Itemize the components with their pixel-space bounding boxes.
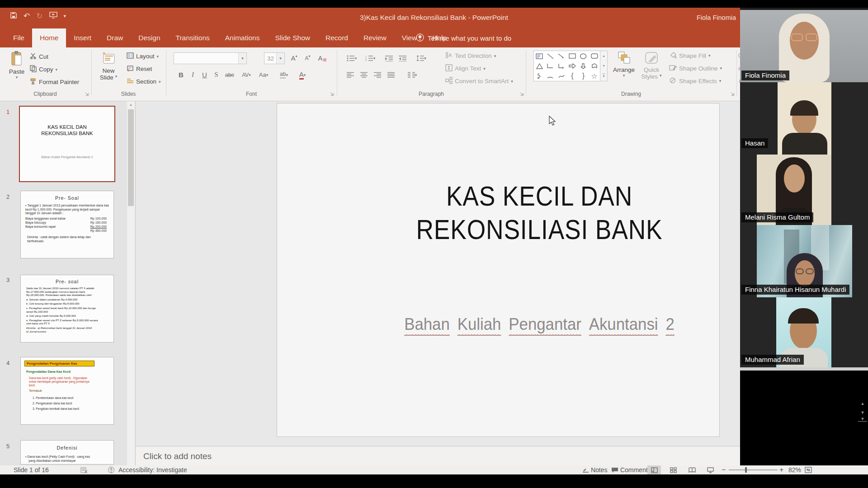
- shape-line-icon[interactable]: [545, 51, 556, 61]
- fit-to-window-button[interactable]: [805, 465, 812, 475]
- shape-arrow-icon[interactable]: [556, 51, 567, 61]
- thumbnail-slide-2[interactable]: Pre- Soal •Tanggal 1 Januari 2013 perusa…: [20, 191, 114, 258]
- shape-rectangle-icon[interactable]: [567, 51, 578, 61]
- video-scroll-up-icon[interactable]: ▲: [858, 401, 867, 406]
- font-name-dropdown[interactable]: ▾: [238, 53, 246, 64]
- participant-video[interactable]: Fiola Finomia: [740, 8, 868, 82]
- shape-oval-icon[interactable]: [578, 51, 589, 61]
- zoom-slider-handle[interactable]: [745, 467, 747, 473]
- participant-video[interactable]: Melani Risma Gultom: [740, 155, 868, 225]
- thumbnail-slide-5[interactable]: Defenisi • Dana kas kecil (Petty Cash Fu…: [20, 440, 114, 465]
- shape-right-arrow-icon[interactable]: [567, 61, 578, 71]
- increase-indent-button[interactable]: [397, 52, 408, 64]
- thumbnail-slide-1[interactable]: KAS KECIL DANREKONSILIASI BANK Bahan Kul…: [19, 106, 115, 182]
- shape-curve-icon[interactable]: [556, 71, 567, 81]
- shape-fill-button[interactable]: Shape Fill ▾: [669, 52, 711, 60]
- shape-elbow-arrow-icon[interactable]: [556, 61, 567, 71]
- align-left-button[interactable]: [344, 69, 356, 80]
- participant-video[interactable]: Hasan: [740, 82, 868, 155]
- zoom-in-button[interactable]: +: [779, 465, 783, 474]
- shape-right-brace-icon[interactable]: }: [578, 71, 589, 81]
- comments-toggle[interactable]: Comments: [611, 465, 651, 474]
- clipboard-dialog-launcher[interactable]: ⇲: [85, 92, 89, 97]
- start-slideshow-icon[interactable]: [49, 12, 57, 20]
- view-normal-button[interactable]: [647, 465, 661, 474]
- thumb-scroll-up-icon[interactable]: ▴: [127, 103, 135, 107]
- tab-home[interactable]: Home: [32, 28, 66, 47]
- layout-button[interactable]: Layout ▾: [127, 52, 159, 60]
- shape-textbox-icon[interactable]: [534, 51, 545, 61]
- decrease-indent-button[interactable]: [383, 52, 395, 64]
- text-highlight-button[interactable]: ab▾: [276, 69, 292, 80]
- participant-video[interactable]: Finna Khairatun Hisanun Muhardi: [740, 225, 868, 297]
- format-painter-button[interactable]: Format Painter: [30, 78, 79, 86]
- copy-dropdown[interactable]: ▾: [56, 67, 58, 72]
- font-name-combo[interactable]: ▾: [174, 52, 247, 64]
- font-size-combo[interactable]: 32 ▾: [264, 52, 285, 64]
- shapes-scroll-up-icon[interactable]: ▴: [603, 54, 604, 58]
- arrange-dropdown[interactable]: ▾: [623, 73, 625, 78]
- font-dialog-launcher[interactable]: ⇲: [330, 92, 334, 97]
- paste-button[interactable]: Paste ▾: [5, 51, 28, 80]
- thumbnail-scrollbar-thumb[interactable]: [128, 109, 134, 206]
- quick-styles-button[interactable]: Quick Styles▾: [638, 51, 665, 80]
- drawing-dialog-launcher[interactable]: ⇲: [731, 92, 734, 97]
- align-right-button[interactable]: [372, 69, 383, 80]
- view-slide-sorter-button[interactable]: [666, 465, 680, 474]
- thumbnail-slide-3[interactable]: Pre- soal Saldo kas 31 Januari 2010 menu…: [20, 275, 114, 343]
- align-center-button[interactable]: [358, 69, 369, 80]
- shape-outline-button[interactable]: Shape Outline ▾: [669, 64, 722, 72]
- notes-placeholder[interactable]: Click to add notes: [143, 451, 212, 461]
- align-text-button[interactable]: Align Text ▾: [445, 64, 486, 73]
- underline-button[interactable]: U: [199, 69, 210, 80]
- shrink-font-button[interactable]: A▾: [302, 52, 313, 64]
- tab-file[interactable]: File: [5, 28, 32, 47]
- shape-star-icon[interactable]: ☆: [589, 71, 600, 81]
- text-direction-button[interactable]: A Text Direction ▾: [445, 52, 496, 60]
- convert-smartart-button[interactable]: Convert to SmartArt ▾: [445, 77, 513, 85]
- video-scroll-down-icon[interactable]: ▼: [858, 410, 867, 415]
- bullets-button[interactable]: ▾: [344, 52, 359, 64]
- slide-subtitle-text[interactable]: BahanKuliahPengantarAkuntansi2: [331, 315, 747, 334]
- character-spacing-button[interactable]: AV▾: [239, 69, 254, 80]
- zoom-out-button[interactable]: −: [722, 465, 726, 474]
- tab-draw[interactable]: Draw: [99, 28, 131, 47]
- reset-button[interactable]: Reset: [127, 65, 152, 73]
- section-dropdown[interactable]: ▾: [159, 80, 161, 84]
- zoom-percentage[interactable]: 82%: [788, 465, 801, 474]
- save-icon[interactable]: [10, 12, 17, 21]
- shapes-more-icon[interactable]: ▾: [603, 74, 604, 78]
- layout-dropdown[interactable]: ▾: [157, 54, 159, 59]
- video-panel-resize-strip[interactable]: [740, 367, 868, 371]
- tab-slide-show[interactable]: Slide Show: [267, 28, 318, 47]
- participant-video[interactable]: Muhammad Afrian: [740, 297, 868, 367]
- section-button[interactable]: Section ▾: [127, 78, 161, 85]
- video-scroll-end-icon[interactable]: ▼: [858, 417, 867, 422]
- tell-me-box[interactable]: Tell me what you want to do: [416, 28, 511, 47]
- cut-button[interactable]: Cut: [30, 52, 48, 61]
- customize-qat-icon[interactable]: ▾: [64, 13, 66, 19]
- font-size-dropdown[interactable]: ▾: [276, 53, 284, 64]
- bold-button[interactable]: B: [175, 69, 187, 80]
- clear-formatting-button[interactable]: A: [316, 52, 328, 64]
- shape-elbow-icon[interactable]: [545, 61, 556, 71]
- tab-record[interactable]: Record: [318, 28, 356, 47]
- shape-left-brace-icon[interactable]: {: [567, 71, 578, 81]
- notes-toggle[interactable]: Notes: [582, 465, 607, 474]
- view-slideshow-button[interactable]: [703, 465, 717, 474]
- tab-transitions[interactable]: Transitions: [168, 28, 217, 47]
- tab-animations[interactable]: Animations: [217, 28, 268, 47]
- shape-down-arrow-icon[interactable]: [578, 61, 589, 71]
- tab-insert[interactable]: Insert: [66, 28, 99, 47]
- numbering-button[interactable]: 123▾: [363, 52, 378, 64]
- line-spacing-button[interactable]: ▾: [413, 52, 429, 64]
- accessibility-status[interactable]: Accessibility: Investigate: [118, 465, 187, 474]
- thumbnail-scrollbar[interactable]: ▴: [127, 101, 135, 465]
- shadow-button[interactable]: S: [211, 69, 222, 80]
- font-color-button[interactable]: A▾: [295, 69, 310, 80]
- view-reading-button[interactable]: [685, 465, 699, 474]
- signed-in-user[interactable]: Fiola Finomia: [697, 8, 736, 28]
- shape-effects-button[interactable]: Shape Effects ▾: [669, 77, 721, 85]
- justify-button[interactable]: [385, 69, 396, 80]
- shapes-gallery[interactable]: { } ☆: [533, 51, 600, 81]
